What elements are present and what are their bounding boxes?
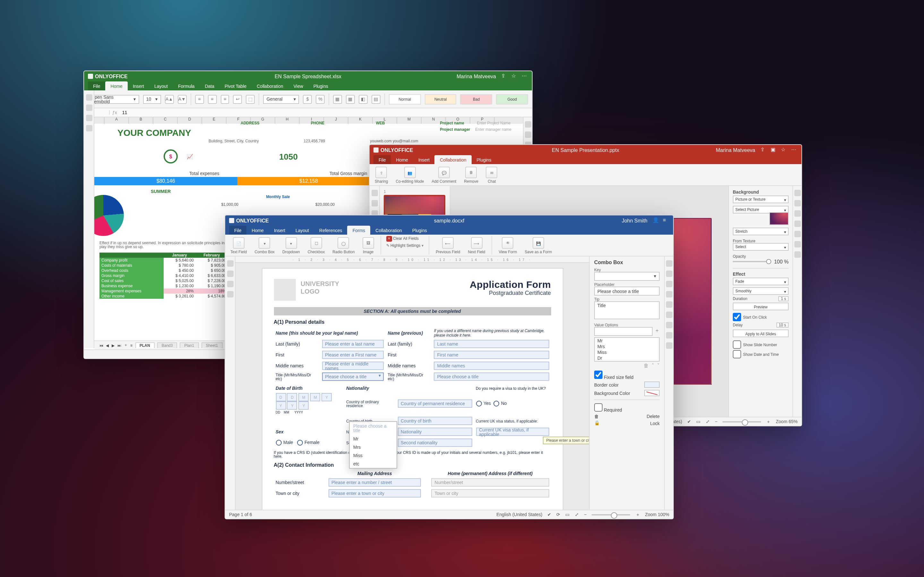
chart-settings-icon[interactable] <box>666 311 672 318</box>
zoom-value[interactable]: Zoom 100% <box>645 512 670 517</box>
percent-icon[interactable]: % <box>316 95 325 103</box>
file-tab[interactable]: File <box>88 81 105 90</box>
share-icon[interactable]: ⇪ <box>760 147 767 153</box>
next-sheet-icon[interactable]: ▶ <box>111 343 115 348</box>
tab-plugins[interactable]: Plugins <box>407 226 432 235</box>
coedit-icon[interactable]: 👥 <box>404 167 415 178</box>
home-town-input[interactable]: Town or city <box>431 489 549 498</box>
sex-male-radio[interactable] <box>276 440 281 446</box>
prev-sheet-icon[interactable]: ◀ <box>106 343 109 348</box>
tab-collab[interactable]: Collaboration <box>252 81 288 90</box>
apply-all-button[interactable]: Apply to All Slides <box>733 330 788 337</box>
insert-cells-icon[interactable]: ▦ <box>333 95 342 103</box>
delete-cells-icon[interactable]: ▦ <box>346 95 355 103</box>
start-on-click-checkbox[interactable] <box>733 313 741 321</box>
spellcheck-icon[interactable]: ✔ <box>687 419 691 424</box>
previous-field-icon[interactable]: ⟵ <box>442 237 454 249</box>
fit-page-icon[interactable]: ▭ <box>696 419 701 424</box>
tab-layout[interactable]: Layout <box>290 226 314 235</box>
more-icon[interactable]: ⋯ <box>791 147 798 153</box>
header-footer-icon[interactable] <box>666 291 672 298</box>
track-changes-icon[interactable]: ⟳ <box>556 512 560 517</box>
align-right-icon[interactable]: ≡ <box>220 95 229 103</box>
more-icon[interactable]: ⋯ <box>522 73 528 79</box>
zoom-slider[interactable] <box>592 514 630 515</box>
zoom-slider[interactable] <box>722 421 761 422</box>
move-down-icon[interactable]: ˅ <box>657 363 660 369</box>
comments-icon[interactable] <box>371 200 378 206</box>
last-name-input[interactable]: Please enter a last name <box>322 340 384 348</box>
dd-item-mr[interactable]: Mr <box>349 435 396 443</box>
spreadsheet-titlebar[interactable]: ONLYOFFICE EN Sample Spreadsheet.xlsx Ma… <box>84 71 532 81</box>
font-size-select[interactable]: 10▾ <box>143 95 161 103</box>
visa-yes-radio[interactable] <box>476 401 481 406</box>
last-name-prev-input[interactable]: Last name <box>434 340 549 348</box>
merge-icon[interactable]: ⬚ <box>246 95 255 103</box>
sex-female-radio[interactable] <box>297 440 302 446</box>
visa-status-input[interactable]: Current UK visa status, if applicable <box>476 428 549 436</box>
highlight-settings-button[interactable]: ✎ Highlight Settings <box>386 243 424 247</box>
required-row[interactable]: Required <box>594 403 622 412</box>
dob-y4[interactable]: Y <box>299 401 309 410</box>
tab-formula[interactable]: Formula <box>173 81 200 90</box>
effect-subtype-select[interactable]: Smoothly▾ <box>733 287 788 295</box>
dd-item-etc[interactable]: etc <box>349 460 396 468</box>
cell-style-normal[interactable]: Normal <box>389 94 421 104</box>
middle-names-prev-input[interactable]: Middle names <box>434 362 549 370</box>
fit-width-icon[interactable]: ⤢ <box>706 419 710 424</box>
language-status[interactable]: English (United States) <box>496 512 542 517</box>
form-settings-icon[interactable] <box>666 332 672 338</box>
document-titlebar[interactable]: ONLYOFFICE sample.docxf John Smith 👤≡ <box>225 215 673 226</box>
align-left-icon[interactable]: ≡ <box>195 95 204 103</box>
sheet-tab-plan[interactable]: PLAN <box>135 342 155 348</box>
image-field-icon[interactable]: 🖼 <box>363 237 374 249</box>
dropdown-icon[interactable]: ▾ <box>285 237 297 249</box>
formula-input[interactable] <box>120 110 532 115</box>
remove-comment-icon[interactable]: 🗑 <box>465 167 477 178</box>
menu-icon[interactable]: ≡ <box>663 218 669 224</box>
zoom-out-icon[interactable]: − <box>584 512 586 517</box>
chat-icon[interactable]: ✉ <box>486 167 498 178</box>
search-icon[interactable]: ☆ <box>511 73 518 79</box>
tab-collaboration[interactable]: Collaboration <box>435 155 472 164</box>
view-form-icon[interactable]: 👁 <box>502 237 514 249</box>
nationality-input[interactable]: Nationality <box>397 428 472 436</box>
zoom-in-icon[interactable]: ＋ <box>636 511 640 518</box>
residence-country-input[interactable]: Country of permanent residence <box>397 400 472 408</box>
first-name-prev-input[interactable]: First name <box>434 351 549 359</box>
last-sheet-icon[interactable]: ⏭ <box>118 343 121 347</box>
user-icon[interactable]: 👤 <box>653 218 659 224</box>
horizontal-ruler[interactable]: · 1 · 2 · 3 · 4 · 5 · 6 · 7 · 8 · 9 · 10… <box>236 256 589 263</box>
fx-icon[interactable]: ƒx <box>110 110 120 115</box>
checkbox-icon[interactable]: ☐ <box>310 237 322 249</box>
fixed-size-row[interactable]: Fixed size field <box>594 371 634 380</box>
zoom-out-icon[interactable]: − <box>715 419 717 424</box>
tab-home[interactable]: Home <box>391 155 413 164</box>
sheet-tab-band3[interactable]: Band3 <box>157 342 178 348</box>
tab-insert[interactable]: Insert <box>269 226 290 235</box>
tab-plugins[interactable]: Plugins <box>471 155 496 164</box>
signature-icon[interactable] <box>794 251 800 258</box>
sheet-tab-plan1[interactable]: Plan1 <box>180 342 199 348</box>
clear-all-fields-button[interactable]: × Clear All Fields <box>386 236 424 242</box>
option-mr[interactable]: Mr <box>595 338 659 343</box>
sheet-tab-sheet1[interactable]: Sheet1 <box>201 342 222 348</box>
combo-box-icon[interactable]: ▾ <box>259 237 270 249</box>
show-datetime-checkbox[interactable] <box>733 350 741 358</box>
first-sheet-icon[interactable]: ⏮ <box>99 343 103 347</box>
table-settings-icon[interactable] <box>666 271 672 277</box>
option-mrs[interactable]: Mrs <box>595 343 659 350</box>
tab-home[interactable]: Home <box>247 226 269 235</box>
tab-view[interactable]: View <box>288 81 309 90</box>
zoom-value[interactable]: Zoom 65% <box>776 419 798 424</box>
tip-textarea[interactable]: Title <box>594 301 660 319</box>
fit-width-icon[interactable]: ⤢ <box>575 512 579 517</box>
search-icon[interactable] <box>371 190 378 196</box>
text-field-icon[interactable]: 📄 <box>233 237 244 249</box>
title-combo-box[interactable]: Please choose a title <box>322 372 384 381</box>
dob-y2[interactable]: Y <box>276 401 286 410</box>
tab-insert[interactable]: Insert <box>128 81 149 90</box>
paragraph-settings-icon[interactable] <box>666 260 672 267</box>
shape-settings-icon[interactable] <box>794 200 800 206</box>
feedback-icon[interactable] <box>86 125 92 131</box>
